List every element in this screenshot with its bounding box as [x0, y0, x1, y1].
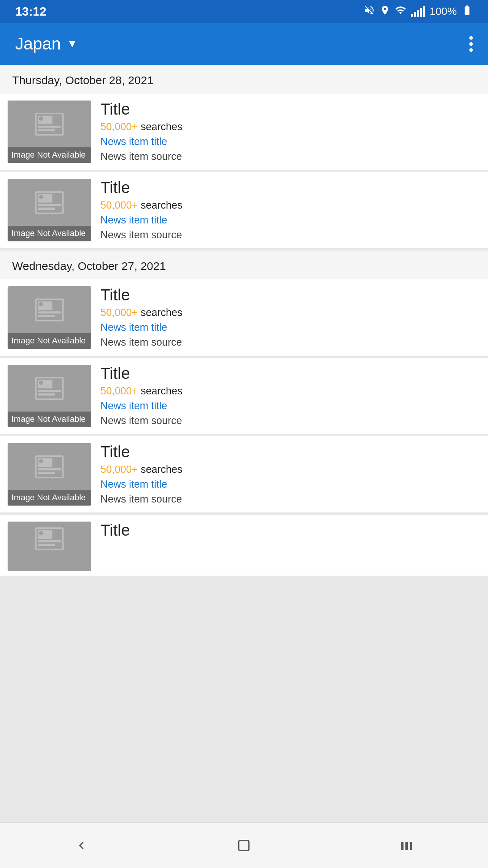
- news-item-link[interactable]: News item title: [100, 479, 480, 490]
- news-card[interactable]: Image Not Available Title 50,000+ search…: [0, 94, 488, 170]
- more-options-button[interactable]: [469, 36, 473, 52]
- svg-rect-4: [38, 126, 61, 128]
- svg-rect-11: [38, 207, 55, 210]
- date-header-1: Thursday, October 28, 2021: [0, 65, 488, 94]
- location-icon: [380, 5, 390, 18]
- news-card[interactable]: Image Not Available Title 50,000+ search…: [0, 436, 488, 512]
- image-not-available-label: Image Not Available: [8, 226, 91, 241]
- svg-point-3: [39, 116, 43, 121]
- news-item-link[interactable]: News item title: [100, 214, 480, 226]
- trend-title: Title: [100, 365, 480, 382]
- date-header-2: Wednesday, October 27, 2021: [0, 251, 488, 279]
- news-item-source: News item source: [100, 337, 480, 348]
- trend-title: Title: [100, 101, 480, 118]
- svg-point-21: [39, 381, 43, 385]
- svg-rect-28: [38, 468, 61, 471]
- status-time: 13:12: [15, 5, 46, 19]
- news-item-source: News item source: [100, 493, 480, 505]
- svg-point-33: [39, 531, 43, 535]
- news-item-source: News item source: [100, 229, 480, 241]
- signal-icon: [411, 6, 425, 17]
- more-dot-1: [469, 36, 473, 40]
- region-title: Japan: [15, 34, 61, 53]
- trend-title: Title: [100, 522, 480, 539]
- svg-rect-34: [38, 540, 61, 542]
- recent-apps-button[interactable]: [384, 830, 429, 861]
- thumbnail-image-icon: [32, 294, 67, 330]
- image-not-available-label: Image Not Available: [8, 412, 91, 427]
- svg-point-27: [39, 459, 43, 463]
- thumbnail-image-icon: [32, 451, 67, 487]
- svg-rect-36: [239, 840, 249, 850]
- content-area: Thursday, October 28, 2021 Image Not Ava…: [0, 65, 488, 822]
- svg-rect-22: [38, 390, 61, 392]
- news-info: Title 50,000+ searches News item title N…: [100, 443, 480, 506]
- search-count: 50,000+ searches: [100, 121, 480, 133]
- thumbnail-image-icon: [32, 108, 67, 144]
- search-count: 50,000+ searches: [100, 385, 480, 397]
- news-info: Title 50,000+ searches News item title N…: [100, 101, 480, 163]
- news-info: Title 50,000+ searches News item title N…: [100, 365, 480, 427]
- battery-icon: [461, 5, 473, 19]
- news-item-link[interactable]: News item title: [100, 136, 480, 148]
- app-bar: Japan ▼: [0, 23, 488, 65]
- svg-rect-39: [410, 842, 412, 850]
- more-dot-3: [469, 48, 473, 52]
- thumbnail-image-icon: [32, 187, 67, 223]
- thumbnail: [8, 522, 91, 571]
- back-button[interactable]: [59, 830, 104, 861]
- more-dot-2: [469, 42, 473, 46]
- news-item-link[interactable]: News item title: [100, 400, 480, 412]
- svg-rect-29: [38, 472, 55, 474]
- svg-rect-5: [38, 129, 55, 131]
- svg-rect-17: [38, 315, 55, 317]
- thumbnail: Image Not Available: [8, 365, 91, 427]
- trend-title: Title: [100, 286, 480, 304]
- partial-news-card[interactable]: Title: [0, 515, 488, 576]
- news-card[interactable]: Image Not Available Title 50,000+ search…: [0, 358, 488, 434]
- home-button[interactable]: [221, 830, 267, 861]
- dropdown-arrow-icon: ▼: [67, 38, 78, 50]
- thumbnail: Image Not Available: [8, 179, 91, 241]
- news-info: Title 50,000+ searches News item title N…: [100, 179, 480, 241]
- svg-point-9: [39, 195, 43, 199]
- status-bar: 13:12 100%: [0, 0, 488, 23]
- bottom-nav-bar: [0, 822, 488, 868]
- news-info: Title: [100, 522, 480, 539]
- news-item-source: News item source: [100, 151, 480, 163]
- thumbnail: Image Not Available: [8, 101, 91, 163]
- svg-rect-23: [38, 393, 55, 396]
- news-item-link[interactable]: News item title: [100, 322, 480, 333]
- image-not-available-label: Image Not Available: [8, 333, 91, 349]
- wifi-icon: [395, 5, 406, 19]
- svg-point-15: [39, 302, 43, 306]
- status-icons: 100%: [364, 5, 473, 19]
- trend-title: Title: [100, 179, 480, 196]
- region-selector[interactable]: Japan ▼: [15, 34, 78, 53]
- thumbnail-image-icon: [32, 373, 67, 408]
- search-count: 50,000+ searches: [100, 464, 480, 475]
- trend-title: Title: [100, 443, 480, 461]
- search-count: 50,000+ searches: [100, 307, 480, 319]
- svg-rect-10: [38, 204, 61, 206]
- news-card[interactable]: Image Not Available Title 50,000+ search…: [0, 172, 488, 248]
- thumbnail: Image Not Available: [8, 286, 91, 349]
- svg-rect-37: [401, 842, 404, 850]
- mute-icon: [364, 5, 375, 19]
- battery-percentage: 100%: [429, 5, 457, 18]
- thumbnail: Image Not Available: [8, 443, 91, 506]
- svg-rect-35: [38, 544, 55, 546]
- news-card[interactable]: Image Not Available Title 50,000+ search…: [0, 279, 488, 356]
- svg-rect-38: [405, 842, 408, 850]
- svg-rect-16: [38, 311, 61, 314]
- news-item-source: News item source: [100, 415, 480, 427]
- image-not-available-label: Image Not Available: [8, 147, 91, 163]
- thumbnail-image-icon: [32, 523, 67, 559]
- image-not-available-label: Image Not Available: [8, 490, 91, 506]
- search-count: 50,000+ searches: [100, 199, 480, 211]
- news-info: Title 50,000+ searches News item title N…: [100, 286, 480, 349]
